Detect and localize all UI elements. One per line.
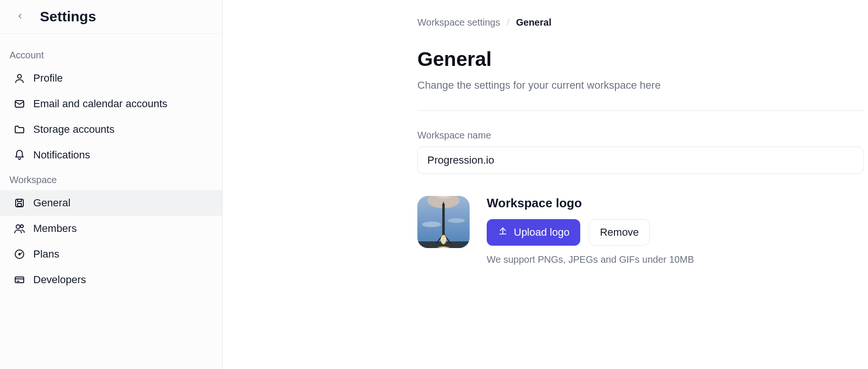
back-button[interactable] [13, 10, 27, 23]
sidebar-item-label: Profile [33, 72, 63, 84]
svg-rect-3 [18, 203, 21, 206]
card-icon [13, 274, 26, 286]
sidebar-item-label: Email and calendar accounts [33, 98, 168, 110]
breadcrumb: Workspace settings / General [417, 17, 864, 28]
workspace-logo-title: Workspace logo [487, 196, 694, 211]
workspace-logo-image [417, 196, 470, 248]
svg-point-5 [20, 225, 23, 228]
sidebar-item-profile[interactable]: Profile [0, 65, 222, 91]
logo-hint: We support PNGs, JPEGs and GIFs under 10… [487, 254, 694, 265]
breadcrumb-parent[interactable]: Workspace settings [417, 17, 500, 28]
page-title: General [417, 48, 864, 71]
settings-sidebar: Settings Account Profile Email and calen… [0, 0, 223, 369]
divider [417, 111, 864, 111]
workspace-logo-section: Workspace logo Upload logo Remove We sup… [417, 196, 864, 265]
workspace-name-input[interactable] [417, 147, 864, 174]
svg-point-0 [18, 74, 21, 78]
mail-icon [13, 98, 26, 110]
workspace-name-field: Workspace name [417, 130, 864, 174]
sidebar-item-label: Notifications [33, 149, 90, 161]
sidebar-item-plans[interactable]: Plans [0, 241, 222, 267]
svg-rect-15 [443, 204, 445, 238]
sidebar-item-developers[interactable]: Developers [0, 267, 222, 293]
svg-point-11 [422, 221, 441, 227]
sidebar-item-storage[interactable]: Storage accounts [0, 117, 222, 142]
section-label-workspace: Workspace [0, 168, 222, 190]
sidebar-item-label: Members [33, 222, 77, 235]
user-icon [13, 72, 26, 84]
chevron-left-icon [16, 12, 24, 21]
sidebar-item-label: Developers [33, 274, 86, 286]
svg-point-20 [441, 235, 446, 244]
svg-point-4 [16, 225, 20, 229]
sidebar-item-email[interactable]: Email and calendar accounts [0, 91, 222, 117]
sidebar-item-notifications[interactable]: Notifications [0, 142, 222, 168]
sidebar-title: Settings [40, 9, 96, 25]
sidebar-content: Account Profile Email and calendar accou… [0, 34, 222, 293]
main-content: Workspace settings / General General Cha… [223, 0, 868, 369]
sidebar-item-members[interactable]: Members [0, 216, 222, 241]
upload-logo-label: Upload logo [514, 226, 569, 239]
svg-point-12 [448, 218, 465, 223]
gauge-icon [13, 248, 26, 260]
upload-icon [498, 226, 508, 239]
users-icon [13, 222, 26, 235]
page-subtitle: Change the settings for your current wor… [417, 79, 864, 92]
bell-icon [13, 149, 26, 161]
sidebar-item-label: General [33, 197, 70, 209]
remove-logo-button[interactable]: Remove [589, 219, 650, 246]
breadcrumb-separator: / [507, 17, 509, 28]
save-icon [13, 197, 26, 209]
workspace-name-label: Workspace name [417, 130, 864, 141]
sidebar-item-label: Plans [33, 248, 59, 260]
sidebar-item-label: Storage accounts [33, 123, 114, 136]
breadcrumb-current: General [516, 17, 551, 28]
svg-rect-8 [15, 277, 24, 283]
remove-logo-label: Remove [600, 226, 639, 239]
upload-logo-button[interactable]: Upload logo [487, 219, 580, 246]
folder-icon [13, 123, 26, 136]
sidebar-header: Settings [0, 0, 222, 34]
section-label-account: Account [0, 43, 222, 65]
sidebar-item-general[interactable]: General [0, 190, 222, 216]
